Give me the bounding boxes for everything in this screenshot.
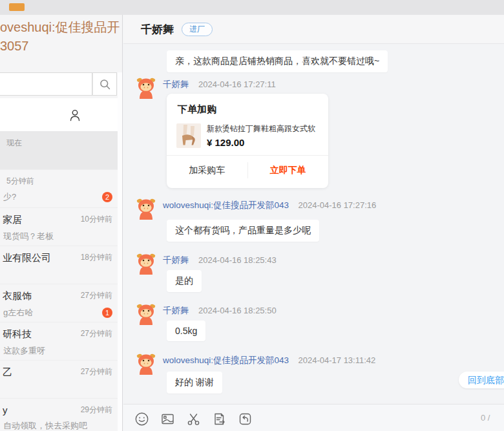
product-price: ¥ 129.00: [207, 137, 319, 148]
window-top-band: [0, 0, 504, 15]
scissors-icon[interactable]: [186, 412, 201, 426]
message-time: 2024-04-16 18:25:50: [198, 306, 277, 315]
conversation-preview: g左右哈: [3, 307, 33, 319]
conversation-name: 研科技: [3, 328, 32, 341]
chat-header: 千娇舞 进厂: [123, 15, 504, 44]
conversation-time: 27分钟前: [81, 328, 112, 339]
chat-title: 千娇舞: [141, 22, 174, 37]
conversation-item[interactable]: 衣服饰 27分钟前 g左右哈 1: [0, 284, 118, 322]
message-bubble: 是的: [167, 270, 202, 292]
message-header: 千娇舞 2024-04-16 17:27:11: [163, 78, 276, 90]
search-button[interactable]: [92, 72, 117, 96]
product-name: 新款烫钻拉丁舞鞋粗高跟女式软: [207, 123, 319, 134]
message-time: 2024-04-16 17:27:16: [299, 200, 377, 210]
search-row: [0, 72, 117, 96]
conversation-time: 18分钟前: [81, 252, 112, 263]
conversation-preview: 现货吗？老板: [3, 231, 54, 242]
back-to-bottom-button[interactable]: 回到底部: [459, 372, 504, 388]
unread-badge: 1: [102, 308, 112, 318]
conversation-preview: 自动领取，快去采购吧: [3, 420, 87, 431]
conversation-item[interactable]: 乙 27分钟前: [0, 361, 118, 399]
message-time: 2024-04-16 18:25:43: [198, 255, 277, 265]
order-product-card: 下单加购 新款烫钻拉丁舞鞋粗高跟女式软 ¥ 129.00: [167, 94, 328, 188]
message-header: woloveshuqi:促佳搜品开发部043 2024-04-17 13:11:…: [163, 354, 375, 366]
product-image: [176, 123, 201, 148]
conversation-name: y: [3, 405, 8, 415]
card-title: 下单加购: [167, 94, 328, 116]
unread-badge: 2: [102, 192, 112, 202]
message-sender: woloveshuqi:促佳搜品开发部043: [163, 200, 289, 210]
search-icon: [99, 78, 111, 90]
add-to-cart-button[interactable]: 加采购车: [167, 156, 247, 185]
conversation-item[interactable]: 研科技 27分钟前 这款多重呀: [0, 322, 118, 361]
message-header: woloveshuqi:促佳搜品开发部043 2024-04-16 17:27:…: [163, 199, 376, 211]
sidebar-scrollbar-track[interactable]: [118, 72, 122, 431]
conversation-list: 现在 5分钟前 少? 2 家居 10分钟前 现货吗？老: [0, 132, 118, 431]
app-window: oveshuqi:促佳搜品开 3057: [0, 0, 504, 431]
product-info: 新款烫钻拉丁舞鞋粗高跟女式软 ¥ 129.00: [207, 123, 319, 148]
history-icon[interactable]: [238, 412, 253, 426]
message-time: 2024-04-17 13:11:42: [299, 355, 376, 365]
conversation-time: 29分钟前: [81, 405, 112, 415]
message-sender: 千娇舞: [163, 306, 189, 315]
conversation-name: 衣服饰: [3, 290, 32, 302]
avatar: [134, 352, 158, 375]
sidebar-tabs-row: [0, 98, 118, 132]
conversation-item[interactable]: 5分钟前 少? 2: [0, 170, 118, 208]
message-sender: 千娇舞: [163, 255, 189, 265]
file-send-icon[interactable]: [212, 412, 227, 426]
search-input[interactable]: [0, 72, 92, 96]
order-now-button[interactable]: 立即下单: [248, 156, 329, 185]
avatar: [134, 252, 158, 275]
input-toolbar: 0 /: [123, 404, 504, 431]
message-bubble: 好的 谢谢: [167, 372, 222, 394]
conversation-preview: 这款多重呀: [3, 345, 45, 357]
account-title: oveshuqi:促佳搜品开 3057: [0, 18, 123, 56]
conversation-time: 5分钟前: [6, 176, 34, 187]
card-actions: 加采购车 立即下单: [167, 156, 328, 185]
conversation-time: 10分钟前: [81, 214, 112, 225]
conversation-time: 27分钟前: [81, 366, 112, 377]
account-title-line1: oveshuqi:促佳搜品开: [0, 18, 123, 37]
message-sender: 千娇舞: [163, 79, 189, 89]
message-bubble: 0.5kg: [167, 321, 205, 341]
conversation-item[interactable]: 业有限公司 18分钟前: [0, 246, 118, 284]
card-product-row[interactable]: 新款烫钻拉丁舞鞋粗高跟女式软 ¥ 129.00: [176, 123, 319, 148]
conversation-item[interactable]: 家居 10分钟前 现货吗？老板: [0, 208, 118, 246]
chat-panel: 千娇舞 进厂 亲，这款商品是店铺热销商品，喜欢就不要错过哦~ 千娇舞 2024-…: [123, 15, 504, 431]
buyer-tag-badge: 进厂: [182, 23, 213, 36]
message-header: 千娇舞 2024-04-16 18:25:50: [163, 304, 277, 317]
conversation-name: 乙: [3, 366, 12, 379]
conversation-item[interactable]: y 29分钟前 自动领取，快去采购吧: [0, 399, 118, 431]
message-sender: woloveshuqi:促佳搜品开发部043: [163, 355, 289, 365]
person-icon: [68, 108, 82, 122]
message-bubble: 亲，这款商品是店铺热销商品，喜欢就不要错过哦~: [167, 50, 388, 72]
emoji-icon[interactable]: [134, 412, 149, 426]
top-left-orange-marker: [9, 3, 25, 11]
conversation-time: 现在: [6, 138, 22, 149]
conversation-name: 业有限公司: [3, 252, 51, 264]
conversation-time: 27分钟前: [81, 290, 112, 301]
message-header: 千娇舞 2024-04-16 18:25:43: [163, 254, 277, 266]
image-icon[interactable]: [160, 412, 175, 426]
char-count: 0 /: [481, 413, 490, 423]
conversation-item[interactable]: 现在: [0, 132, 118, 170]
conversation-preview: 少?: [3, 191, 16, 203]
message-time: 2024-04-16 17:27:11: [198, 79, 276, 89]
avatar: [134, 76, 158, 100]
message-bubble: 这个都有货吗，产品重量是多少呢: [167, 220, 319, 242]
conversation-sidebar: oveshuqi:促佳搜品开 3057: [0, 15, 123, 431]
conversation-name: 家居: [3, 214, 22, 226]
account-title-line2: 3057: [0, 37, 123, 56]
contacts-tab[interactable]: [68, 108, 82, 122]
avatar: [134, 302, 158, 326]
avatar: [134, 197, 158, 220]
